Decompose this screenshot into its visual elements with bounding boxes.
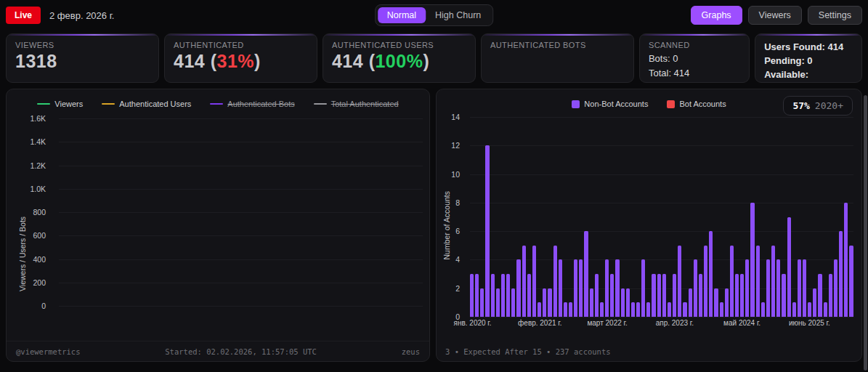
account-bar <box>839 231 843 317</box>
account-bar <box>595 274 599 317</box>
authenticated-users-card: AUTHENTICATED USERS 414 (100%) <box>323 33 476 83</box>
x-tick-label: янв. 2020 г. <box>454 319 492 327</box>
viewers-line-chart-panel: ViewersAuthenticated UsersAuthenticated … <box>6 89 430 362</box>
mode-high-churn-button[interactable]: High Churn <box>426 7 490 23</box>
gridline <box>470 317 853 318</box>
legend-item-total-authenticated[interactable]: Total Authenticated <box>314 100 399 108</box>
account-bar <box>798 259 801 317</box>
viewers-count: 1318 <box>15 52 150 72</box>
y-tick-label: 200 <box>33 278 46 287</box>
gridline <box>59 189 423 190</box>
account-bar <box>761 302 765 317</box>
account-bar <box>694 259 697 317</box>
account-bar <box>626 288 630 317</box>
legend-item-label: Authenticated Users <box>119 100 191 108</box>
account-bar <box>678 246 681 317</box>
account-bar <box>496 288 500 317</box>
users-found-line: Users Found: 414 <box>764 41 853 54</box>
paren: ) <box>254 51 261 71</box>
account-bar <box>813 288 816 317</box>
viewers-button[interactable]: Viewers <box>748 6 802 25</box>
account-bar <box>584 231 588 317</box>
account-bar <box>730 246 734 317</box>
gridline <box>59 166 423 166</box>
authenticated-percent: 31% <box>216 51 254 71</box>
account-bar <box>771 246 775 317</box>
value: 414 <box>332 51 363 71</box>
y-tick-label: 600 <box>33 231 46 240</box>
authenticated-bots-card: AUTHENTICATED BOTS <box>481 33 634 83</box>
card-accent-gradient <box>482 34 633 36</box>
account-bar <box>699 274 702 317</box>
account-bar <box>689 288 692 317</box>
card-label: SCANNED <box>649 41 740 49</box>
account-bar <box>646 302 650 317</box>
x-tick-label: март 2022 г. <box>587 319 627 327</box>
legend-item-non-bot-accounts[interactable]: Non-Bot Accounts <box>572 100 648 108</box>
legend-item-authenticated-users[interactable]: Authenticated Users <box>102 100 191 108</box>
legend-item-label: Authenticated Bots <box>227 100 294 108</box>
live-badge: Live <box>6 7 41 24</box>
paren: ( <box>363 51 375 71</box>
y-tick-label: 8 <box>455 198 460 207</box>
account-bar <box>745 259 749 317</box>
account-bar <box>714 288 718 317</box>
account-bar <box>704 246 707 317</box>
paren: ( <box>205 51 216 71</box>
account-bar <box>803 259 806 317</box>
account-bar <box>590 288 593 317</box>
y-tick-label: 1.4K <box>30 137 46 146</box>
available-line: Available: 4816/5000 <box>764 68 853 83</box>
y-tick-label: 1.2K <box>30 161 46 170</box>
legend-item-viewers[interactable]: Viewers <box>37 100 83 108</box>
account-bar <box>610 274 614 317</box>
authenticated-users-percent: 100% <box>375 51 423 71</box>
value: 414 <box>174 51 205 71</box>
account-bar <box>792 302 796 317</box>
y-tick-label: 2 <box>455 284 460 293</box>
account-bar <box>782 274 785 317</box>
gridline <box>59 212 423 213</box>
bars-container <box>470 117 853 317</box>
y-axis-ticks-left: 1.6K1.4K1.2K1.0K8006004002000 <box>7 118 52 306</box>
account-bar <box>491 274 495 317</box>
account-bar <box>720 302 723 317</box>
viewermetrics-dashboard: Live 2 февр. 2026 г. Normal High Churn G… <box>0 0 868 372</box>
card-label: VIEWERS <box>15 41 150 49</box>
y-tick-label: 400 <box>33 255 46 264</box>
legend-line-swatch <box>314 103 327 105</box>
account-bar <box>844 203 848 317</box>
legend-item-bot-accounts[interactable]: Bot Accounts <box>667 100 726 108</box>
legend-line-swatch <box>210 103 223 105</box>
card-accent-gradient <box>640 34 749 36</box>
authenticated-count: 414 (31%) <box>174 52 308 72</box>
x-tick-label: февр. 2021 г. <box>518 319 561 327</box>
account-bar <box>636 302 640 317</box>
account-bar <box>829 274 832 317</box>
account-bar <box>527 274 531 317</box>
graphs-button[interactable]: Graphs <box>691 6 742 25</box>
account-bar <box>559 259 562 317</box>
x-axis-ticks-right: янв. 2020 г.февр. 2021 г.март 2022 г.апр… <box>470 319 853 329</box>
line-chart-footer: @viewermetrics Started: 02.02.2026, 11:5… <box>7 341 429 361</box>
y-tick-label: 0 <box>41 302 46 310</box>
bar-chart-plot-area <box>470 117 853 317</box>
gridline <box>59 142 423 142</box>
card-accent-gradient <box>755 34 861 36</box>
settings-button[interactable]: Settings <box>808 6 862 25</box>
badge-percent: 57% <box>792 100 809 111</box>
y-tick-label: 14 <box>451 113 460 121</box>
card-accent-gradient <box>323 34 475 36</box>
y-axis-ticks-right: 02468101214 <box>437 117 466 317</box>
legend-line-swatch <box>102 103 115 105</box>
page-scrollbar-thumb[interactable] <box>864 95 867 371</box>
footer-handle: @viewermetrics <box>16 347 81 356</box>
account-bar <box>673 274 676 317</box>
legend-line-swatch <box>37 103 50 105</box>
mode-toggle: Normal High Churn <box>375 4 494 26</box>
account-bar <box>766 259 770 317</box>
legend-item-authenticated-bots[interactable]: Authenticated Bots <box>210 100 294 108</box>
mode-normal-button[interactable]: Normal <box>378 7 426 23</box>
legend-item-label: Non-Bot Accounts <box>584 100 648 108</box>
pending-line: Pending: 0 <box>764 54 853 68</box>
